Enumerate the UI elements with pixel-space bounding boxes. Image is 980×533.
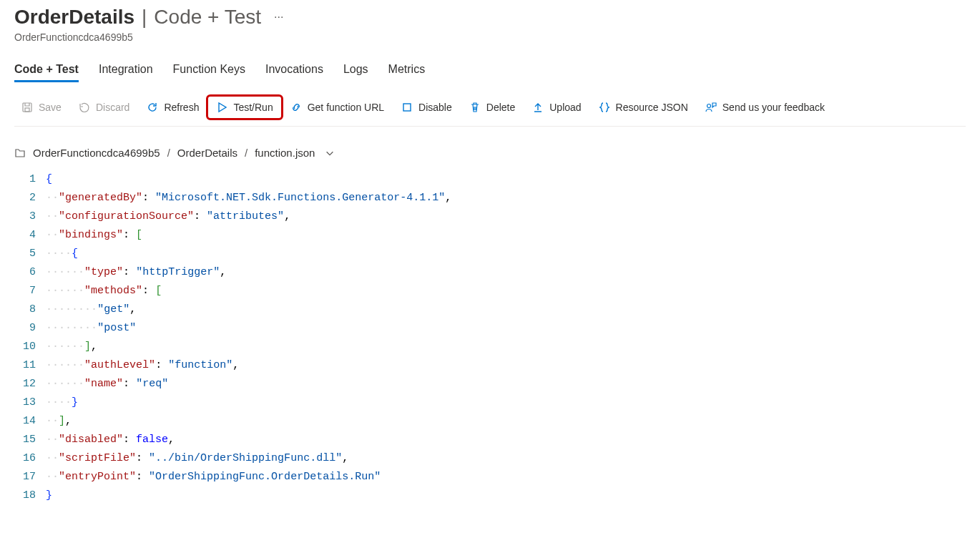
get-function-url-button[interactable]: Get function URL <box>283 97 391 117</box>
chevron-down-icon[interactable] <box>325 148 335 158</box>
tab-bar: Code + Test Integration Function Keys In… <box>14 59 966 82</box>
link-icon <box>290 102 302 113</box>
breadcrumb-separator: / <box>245 147 248 159</box>
tab-logs[interactable]: Logs <box>343 59 368 82</box>
play-icon <box>216 102 227 113</box>
breadcrumb-separator: / <box>167 147 170 159</box>
delete-button[interactable]: Delete <box>462 97 522 117</box>
code-content[interactable]: {··"generatedBy": "Microsoft.NET.Sdk.Fun… <box>46 170 451 505</box>
upload-icon <box>532 102 544 113</box>
disable-button[interactable]: Disable <box>394 97 459 117</box>
feedback-button[interactable]: Send us your feedback <box>698 97 832 117</box>
breadcrumb-root[interactable]: OrderFunctioncdca4699b5 <box>33 147 160 159</box>
tab-integration[interactable]: Integration <box>99 59 153 82</box>
save-icon <box>21 102 33 113</box>
code-editor[interactable]: 123456789101112131415161718 {··"generate… <box>14 170 966 505</box>
tab-metrics[interactable]: Metrics <box>388 59 426 82</box>
tab-code-test[interactable]: Code + Test <box>14 59 79 82</box>
upload-button[interactable]: Upload <box>525 97 588 117</box>
person-feedback-icon <box>705 102 717 113</box>
line-gutter: 123456789101112131415161718 <box>14 170 46 505</box>
breadcrumb: OrderFunctioncdca4699b5 / OrderDetails /… <box>14 127 966 170</box>
save-button[interactable]: Save <box>14 97 69 117</box>
svg-rect-1 <box>25 108 29 112</box>
breadcrumb-function[interactable]: OrderDetails <box>177 147 237 159</box>
svg-rect-0 <box>23 103 31 112</box>
svg-rect-2 <box>403 104 411 111</box>
page-title-separator: | <box>142 6 147 29</box>
resource-json-button[interactable]: Resource JSON <box>592 97 695 117</box>
braces-icon <box>599 102 610 113</box>
trash-icon <box>469 102 481 113</box>
folder-icon <box>14 147 26 159</box>
test-run-button[interactable]: Test/Run <box>209 97 280 117</box>
undo-icon <box>79 102 90 113</box>
refresh-icon <box>147 102 158 113</box>
page-title-main: OrderDetails <box>14 6 134 29</box>
tab-function-keys[interactable]: Function Keys <box>173 59 245 82</box>
page-subtitle: OrderFunctioncdca4699b5 <box>14 31 966 43</box>
breadcrumb-file[interactable]: function.json <box>255 147 315 159</box>
toolbar: Save Discard Refresh Test/Run Get functi… <box>14 87 966 127</box>
page-title-sub: Code + Test <box>154 6 261 29</box>
discard-button[interactable]: Discard <box>72 97 137 117</box>
square-icon <box>401 102 413 113</box>
tab-invocations[interactable]: Invocations <box>265 59 323 82</box>
svg-point-3 <box>707 104 710 108</box>
more-actions-icon[interactable]: ··· <box>274 11 283 24</box>
refresh-button[interactable]: Refresh <box>139 97 206 117</box>
